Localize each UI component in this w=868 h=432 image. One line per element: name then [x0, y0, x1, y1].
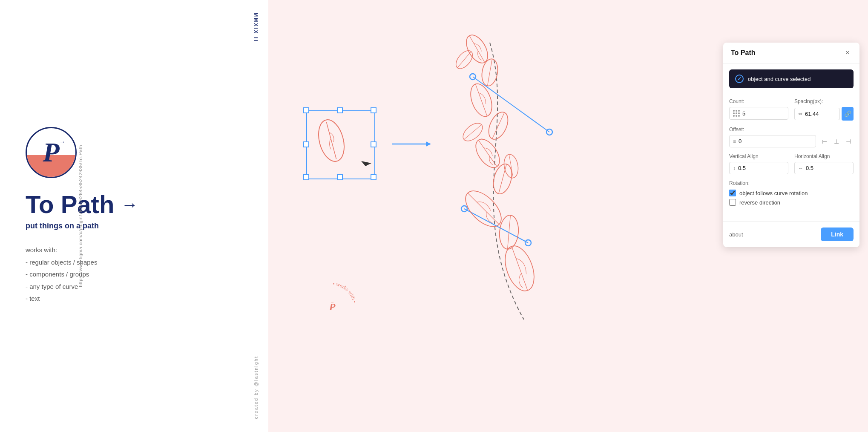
svg-line-19: [464, 209, 528, 243]
svg-point-20: [462, 32, 492, 66]
align-center-button[interactable]: ⊥: [831, 136, 842, 147]
svg-point-24: [467, 81, 496, 119]
count-spacing-row: Count: Spacing(px):: [729, 98, 854, 121]
offset-input-wrap: ≡: [729, 135, 816, 147]
svg-line-29: [478, 140, 497, 167]
logo-letter: P: [43, 139, 59, 166]
plugin-title: To Path →: [26, 191, 217, 218]
svg-point-14: [470, 74, 476, 80]
horizontal-align-input-wrap: ↔: [794, 162, 854, 174]
vertical-align-label: Vertical Align: [729, 153, 788, 159]
svg-rect-1: [304, 108, 309, 113]
svg-point-15: [546, 129, 552, 135]
panel-footer: about Link: [723, 221, 859, 247]
horizontal-align-icon: ↔: [798, 165, 803, 171]
spacing-label: Spacing(px):: [794, 98, 854, 104]
svg-point-42: [460, 120, 486, 144]
lock-button[interactable]: 🔗: [842, 107, 854, 121]
align-left-button[interactable]: ⊢: [819, 136, 830, 147]
left-panel: https://www.figma.com/c/plugin/751576264…: [0, 0, 243, 432]
canvas-area: text too whaat • works with • P → To Pat…: [268, 0, 868, 432]
svg-line-23: [487, 59, 492, 86]
svg-point-32: [459, 184, 507, 233]
svg-line-31: [499, 164, 507, 194]
svg-point-36: [500, 242, 540, 295]
works-with-item-4: - text: [26, 293, 217, 305]
count-input[interactable]: [742, 110, 785, 117]
rotation-section: Rotation: object follows curve rotation …: [729, 180, 854, 206]
svg-line-39: [457, 52, 471, 68]
offset-row: Offset: ≡ ⊢ ⊥ ⊣: [729, 127, 854, 147]
svg-point-9: [314, 117, 348, 164]
svg-line-33: [468, 193, 499, 225]
works-with-section: works with: - regular objects / shapes -…: [26, 244, 217, 305]
works-with-title: works with:: [26, 244, 217, 256]
plugin-subtitle: put things on a path: [26, 222, 217, 230]
reverse-direction-checkbox[interactable]: [729, 199, 736, 206]
reverse-direction-label: reverse direction: [739, 199, 780, 206]
svg-point-28: [471, 135, 504, 172]
offset-lines-icon: ≡: [733, 138, 736, 144]
status-check-icon: [735, 75, 744, 83]
works-with-item-1: - regular objects / shapes: [26, 256, 217, 269]
title-text: To Path: [26, 191, 114, 218]
svg-rect-6: [337, 175, 342, 180]
works-with-item-2: - components / groups: [26, 268, 217, 281]
status-text: object and curve selected: [748, 76, 811, 82]
follows-curve-row: object follows curve rotation: [729, 190, 854, 196]
panel-body: Count: Spacing(px):: [723, 92, 859, 218]
vertical-align-input[interactable]: [738, 165, 785, 171]
svg-point-16: [461, 206, 467, 212]
middle-divider: MMXIX II created by @lastnight: [243, 0, 268, 432]
close-button[interactable]: ×: [843, 49, 852, 57]
svg-point-30: [490, 162, 514, 196]
title-arrow: →: [121, 195, 138, 214]
svg-point-34: [498, 214, 520, 250]
reverse-direction-row: reverse direction: [729, 199, 854, 206]
svg-line-18: [473, 77, 549, 132]
svg-line-35: [508, 215, 511, 249]
svg-line-27: [492, 112, 505, 139]
offset-input[interactable]: [739, 138, 812, 144]
side-url: https://www.figma.com/c/plugin/751576264…: [78, 145, 83, 287]
svg-text:→: →: [330, 300, 334, 304]
svg-marker-13: [426, 141, 431, 147]
link-button[interactable]: Link: [821, 228, 854, 241]
align-section: Vertical Align ↕ Horizontal Align ↔: [729, 153, 854, 174]
svg-rect-5: [337, 108, 342, 113]
logo-circle: P →: [26, 127, 77, 178]
svg-marker-11: [361, 161, 371, 166]
svg-rect-4: [371, 175, 376, 180]
svg-line-41: [509, 154, 513, 178]
vertical-align-group: Vertical Align ↕: [729, 153, 788, 174]
horizontal-align-input[interactable]: [806, 165, 850, 171]
svg-point-22: [480, 58, 500, 87]
align-buttons: ⊢ ⊥ ⊣: [819, 136, 854, 147]
panel-header: To Path ×: [723, 43, 859, 63]
count-input-wrap: [729, 107, 788, 120]
horizontal-align-group: Horizontal Align ↔: [794, 153, 854, 174]
svg-rect-8: [371, 142, 376, 147]
logo-arrow-icon: →: [59, 138, 65, 145]
about-text: about: [729, 231, 743, 238]
count-icon: [733, 110, 740, 117]
svg-line-37: [512, 246, 528, 290]
svg-line-43: [464, 125, 481, 140]
count-label: Count:: [729, 98, 788, 104]
svg-line-21: [469, 36, 485, 62]
align-right-button[interactable]: ⊣: [843, 136, 854, 147]
svg-text:text too whaat • works with •: text too whaat • works with •: [331, 281, 358, 308]
svg-rect-7: [304, 142, 309, 147]
follows-curve-checkbox[interactable]: [729, 190, 736, 196]
horizontal-align-label: Horizontal Align: [794, 153, 854, 159]
svg-text:P: P: [329, 301, 336, 312]
plugin-panel: To Path × object and curve selected Coun…: [723, 43, 859, 247]
rotation-label: Rotation:: [729, 180, 854, 186]
follows-curve-label: object follows curve rotation: [739, 190, 808, 196]
svg-line-10: [326, 122, 336, 159]
svg-rect-0: [307, 111, 375, 179]
svg-point-40: [502, 153, 520, 179]
spacing-input[interactable]: [805, 111, 836, 117]
main-container: https://www.figma.com/c/plugin/751576264…: [0, 0, 868, 432]
svg-rect-3: [304, 175, 309, 180]
